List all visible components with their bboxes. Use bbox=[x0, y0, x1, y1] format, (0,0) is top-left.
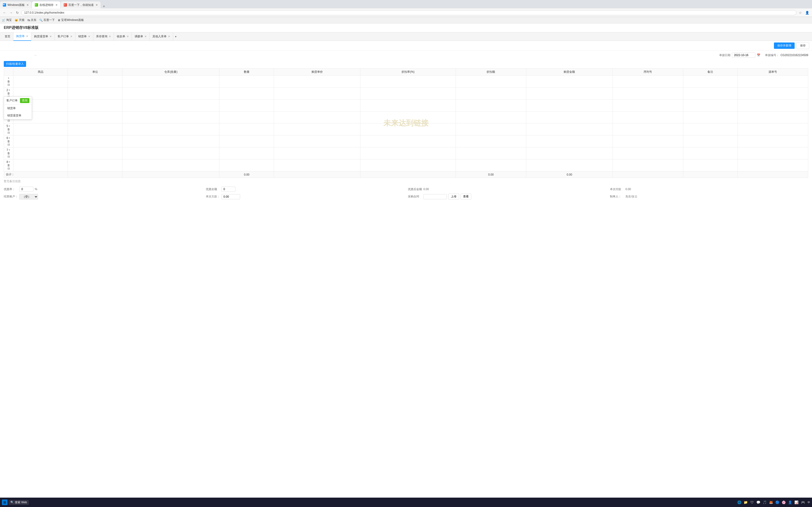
nav-tab-other-in[interactable]: 其他入库单 ✕ bbox=[150, 33, 173, 41]
add-icon-7[interactable]: + bbox=[8, 148, 10, 152]
bookmark-button[interactable]: ☆ bbox=[798, 10, 803, 15]
product-cell-1[interactable] bbox=[13, 75, 68, 88]
add-icon-2[interactable]: + bbox=[8, 89, 10, 92]
app-icon-4[interactable]: 🦊 bbox=[768, 500, 774, 505]
copy-icon-8[interactable]: ⊟ bbox=[7, 167, 10, 170]
app-icon-3[interactable]: 🎵 bbox=[762, 500, 768, 505]
copy-icon-4[interactable]: ⊟ bbox=[7, 119, 10, 122]
dropdown-query-button[interactable]: 查阅 bbox=[20, 98, 30, 103]
app-icon-8[interactable]: 📊 bbox=[794, 500, 799, 505]
discount-rate-cell-2[interactable] bbox=[360, 88, 456, 100]
price-cell-1[interactable] bbox=[274, 75, 360, 88]
discount-rate-cell-1[interactable] bbox=[360, 75, 456, 88]
add-icon-8[interactable]: + bbox=[8, 160, 10, 164]
tab-baidu-close[interactable]: ✕ bbox=[96, 3, 98, 7]
current-due-input[interactable] bbox=[221, 194, 240, 199]
upload-button[interactable]: 上传 bbox=[448, 194, 459, 200]
nav-tab-receipt-close[interactable]: ✕ bbox=[126, 35, 129, 38]
serial-cell-2[interactable] bbox=[613, 88, 683, 100]
nav-tab-purchase[interactable]: 购货单 ✕ bbox=[13, 33, 31, 41]
save-new-button[interactable]: 保存并新增 bbox=[774, 43, 795, 49]
delete-icon-6[interactable]: 🗑 bbox=[7, 139, 10, 143]
taskbar-search[interactable]: 🔍 搜索 Web bbox=[8, 500, 29, 505]
tab-online[interactable]: 在 在线进销存 ✕ bbox=[32, 1, 60, 8]
purchase-amount-cell-1[interactable] bbox=[526, 75, 613, 88]
add-icon-1[interactable]: + bbox=[8, 76, 9, 80]
bookmark-taobao[interactable]: 🛒 淘宝 bbox=[2, 18, 12, 22]
copy-icon-1[interactable]: ⊟ bbox=[7, 83, 10, 87]
bookmark-baidu[interactable]: 🔍 百度一下 bbox=[39, 18, 55, 22]
purchase-contract-input[interactable] bbox=[423, 194, 447, 199]
dropdown-item-sales[interactable]: 销货单 bbox=[4, 105, 32, 112]
serial-cell-1[interactable] bbox=[613, 75, 683, 88]
copy-icon-7[interactable]: ⊟ bbox=[7, 155, 10, 158]
nav-tab-home[interactable]: 首页 bbox=[2, 33, 13, 41]
reload-button[interactable]: ↻ bbox=[15, 10, 20, 15]
nav-tab-other-in-close[interactable]: ✕ bbox=[168, 35, 170, 38]
delete-icon-1[interactable]: 🗑 bbox=[7, 80, 10, 83]
nav-tab-inventory-close[interactable]: ✕ bbox=[109, 35, 111, 38]
discount-rate-input[interactable] bbox=[19, 186, 33, 192]
nav-tab-customer-order[interactable]: 客户订单 ✕ bbox=[55, 33, 75, 41]
forward-button[interactable]: → bbox=[8, 10, 14, 15]
tab-erp[interactable]: W Windows面板 ✕ bbox=[0, 1, 32, 8]
remark-cell-2[interactable] bbox=[683, 88, 738, 100]
profile-button[interactable]: 👤 bbox=[804, 10, 810, 15]
nav-tab-purchase-return-close[interactable]: ✕ bbox=[50, 35, 52, 38]
bookmark-bt[interactable]: 🖥 宝塔Windows面板 bbox=[58, 18, 84, 22]
nav-tab-customer-order-close[interactable]: ✕ bbox=[70, 35, 72, 38]
app-icon-2[interactable]: 💬 bbox=[756, 500, 761, 505]
app-icon-1[interactable]: 🛡 bbox=[749, 500, 755, 505]
purchase-amount-cell-2[interactable] bbox=[526, 88, 613, 100]
dropdown-item-sales-return[interactable]: 销货退货单 bbox=[4, 112, 32, 119]
tab-erp-close[interactable]: ✕ bbox=[27, 3, 29, 7]
app-icon-5[interactable]: 🔵 bbox=[775, 500, 780, 505]
quantity-cell-2[interactable] bbox=[219, 88, 274, 100]
source-cell-1[interactable] bbox=[738, 75, 808, 88]
warehouse-cell-1[interactable] bbox=[122, 75, 219, 88]
tab-baidu[interactable]: 百 百度一下，你就知道 ✕ bbox=[61, 1, 101, 8]
add-icon-5[interactable]: + bbox=[8, 124, 10, 128]
bookmark-tianmao[interactable]: 🐱 天猫 bbox=[14, 18, 24, 22]
copy-icon-6[interactable]: ⊟ bbox=[7, 143, 10, 146]
app-icon-6[interactable]: 🌸 bbox=[781, 500, 786, 505]
back-button[interactable]: ← bbox=[2, 10, 7, 15]
quantity-cell-1[interactable] bbox=[219, 75, 274, 88]
price-cell-2[interactable] bbox=[274, 88, 360, 100]
unit-cell-1[interactable] bbox=[68, 75, 122, 88]
start-button[interactable]: ⊞ bbox=[2, 500, 7, 505]
scan-button[interactable]: 扫描/批量录入 bbox=[4, 61, 26, 67]
nav-tab-inventory[interactable]: 库存查询 ✕ bbox=[93, 33, 114, 41]
nav-tab-sales[interactable]: 销货单 ✕ bbox=[75, 33, 93, 41]
delete-icon-2[interactable]: 🗑 bbox=[7, 92, 10, 95]
explorer-icon[interactable]: 📁 bbox=[743, 500, 748, 505]
delete-icon-7[interactable]: 🗑 bbox=[7, 152, 10, 155]
remark-cell-1[interactable] bbox=[683, 75, 738, 88]
settlement-select[interactable]: （空） bbox=[19, 194, 38, 200]
nav-tab-purchase-close[interactable]: ✕ bbox=[26, 35, 28, 38]
tab-online-close[interactable]: ✕ bbox=[55, 3, 58, 7]
discount-amount-cell-1[interactable] bbox=[456, 75, 526, 88]
view-button[interactable]: 查看 bbox=[460, 194, 471, 200]
address-input[interactable] bbox=[21, 10, 797, 15]
source-cell-2[interactable] bbox=[738, 88, 808, 100]
nav-tab-transfer[interactable]: 调拨单 ✕ bbox=[132, 33, 150, 41]
nav-tab-sales-close[interactable]: ✕ bbox=[88, 35, 90, 38]
nav-tab-receipt[interactable]: 收款单 ✕ bbox=[114, 33, 132, 41]
browser-icon[interactable]: 🌐 bbox=[737, 500, 742, 505]
calendar-icon[interactable]: 📅 bbox=[757, 54, 760, 57]
copy-icon-5[interactable]: ⊟ bbox=[7, 131, 10, 134]
delete-icon-8[interactable]: 🗑 bbox=[7, 164, 10, 167]
date-input[interactable] bbox=[732, 53, 755, 58]
bookmark-jd[interactable]: 🛍 京东 bbox=[27, 18, 37, 22]
add-icon-6[interactable]: + bbox=[8, 136, 10, 139]
new-tab-button[interactable]: + bbox=[101, 4, 107, 8]
warehouse-cell-2[interactable] bbox=[122, 88, 219, 100]
nav-tab-purchase-return[interactable]: 购货退货单 ✕ bbox=[31, 33, 55, 41]
discount-amount-cell-2[interactable] bbox=[456, 88, 526, 100]
app-icon-7[interactable]: 👤 bbox=[787, 500, 793, 505]
discount-amount-input[interactable] bbox=[221, 186, 236, 192]
nav-tab-transfer-close[interactable]: ✕ bbox=[145, 35, 147, 38]
save-button[interactable]: 保存 bbox=[797, 42, 809, 49]
system-tray[interactable]: 中 bbox=[808, 501, 810, 504]
